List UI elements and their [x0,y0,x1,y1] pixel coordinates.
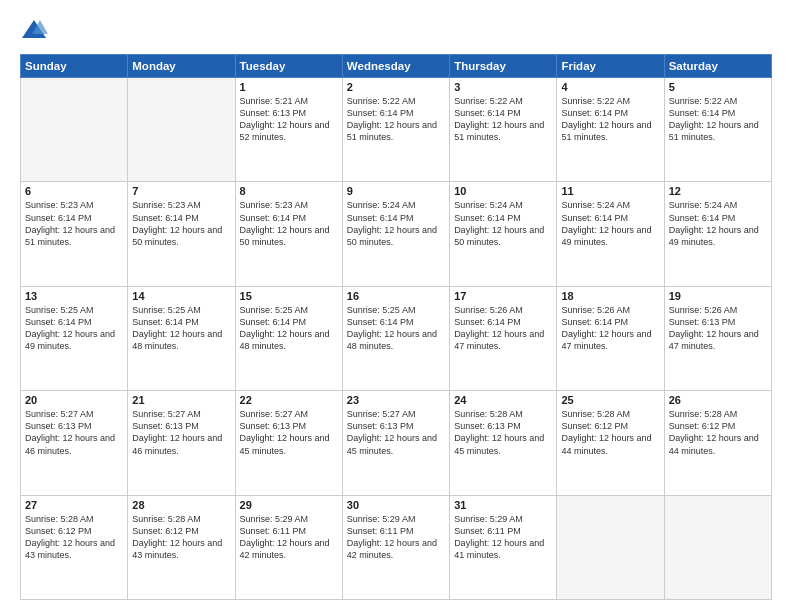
day-info: Sunrise: 5:25 AM Sunset: 6:14 PM Dayligh… [132,304,230,353]
calendar-cell: 25Sunrise: 5:28 AM Sunset: 6:12 PM Dayli… [557,391,664,495]
day-info: Sunrise: 5:22 AM Sunset: 6:14 PM Dayligh… [454,95,552,144]
calendar-cell: 10Sunrise: 5:24 AM Sunset: 6:14 PM Dayli… [450,182,557,286]
day-info: Sunrise: 5:29 AM Sunset: 6:11 PM Dayligh… [347,513,445,562]
weekday-header: Sunday [21,55,128,78]
logo [20,16,52,44]
weekday-header: Tuesday [235,55,342,78]
calendar-cell: 21Sunrise: 5:27 AM Sunset: 6:13 PM Dayli… [128,391,235,495]
calendar-week-row: 20Sunrise: 5:27 AM Sunset: 6:13 PM Dayli… [21,391,772,495]
calendar-cell [21,78,128,182]
calendar-cell [128,78,235,182]
calendar-cell: 31Sunrise: 5:29 AM Sunset: 6:11 PM Dayli… [450,495,557,599]
page: SundayMondayTuesdayWednesdayThursdayFrid… [0,0,792,612]
calendar-cell: 5Sunrise: 5:22 AM Sunset: 6:14 PM Daylig… [664,78,771,182]
calendar-cell: 26Sunrise: 5:28 AM Sunset: 6:12 PM Dayli… [664,391,771,495]
calendar-cell: 4Sunrise: 5:22 AM Sunset: 6:14 PM Daylig… [557,78,664,182]
calendar-cell: 27Sunrise: 5:28 AM Sunset: 6:12 PM Dayli… [21,495,128,599]
weekday-header: Wednesday [342,55,449,78]
day-number: 23 [347,394,445,406]
day-number: 13 [25,290,123,302]
day-number: 18 [561,290,659,302]
day-info: Sunrise: 5:25 AM Sunset: 6:14 PM Dayligh… [25,304,123,353]
calendar-cell: 8Sunrise: 5:23 AM Sunset: 6:14 PM Daylig… [235,182,342,286]
day-number: 30 [347,499,445,511]
logo-icon [20,16,48,44]
day-info: Sunrise: 5:28 AM Sunset: 6:12 PM Dayligh… [561,408,659,457]
day-info: Sunrise: 5:23 AM Sunset: 6:14 PM Dayligh… [25,199,123,248]
day-info: Sunrise: 5:27 AM Sunset: 6:13 PM Dayligh… [25,408,123,457]
day-number: 17 [454,290,552,302]
weekday-header: Thursday [450,55,557,78]
weekday-header: Saturday [664,55,771,78]
day-info: Sunrise: 5:29 AM Sunset: 6:11 PM Dayligh… [454,513,552,562]
day-info: Sunrise: 5:24 AM Sunset: 6:14 PM Dayligh… [669,199,767,248]
day-number: 2 [347,81,445,93]
calendar-cell: 1Sunrise: 5:21 AM Sunset: 6:13 PM Daylig… [235,78,342,182]
header [20,16,772,44]
weekday-header: Monday [128,55,235,78]
calendar-table: SundayMondayTuesdayWednesdayThursdayFrid… [20,54,772,600]
day-info: Sunrise: 5:27 AM Sunset: 6:13 PM Dayligh… [240,408,338,457]
calendar-cell: 22Sunrise: 5:27 AM Sunset: 6:13 PM Dayli… [235,391,342,495]
calendar-cell [664,495,771,599]
day-number: 22 [240,394,338,406]
calendar-cell: 7Sunrise: 5:23 AM Sunset: 6:14 PM Daylig… [128,182,235,286]
calendar-cell: 9Sunrise: 5:24 AM Sunset: 6:14 PM Daylig… [342,182,449,286]
calendar-cell: 11Sunrise: 5:24 AM Sunset: 6:14 PM Dayli… [557,182,664,286]
calendar-cell: 14Sunrise: 5:25 AM Sunset: 6:14 PM Dayli… [128,286,235,390]
calendar-cell: 17Sunrise: 5:26 AM Sunset: 6:14 PM Dayli… [450,286,557,390]
day-number: 11 [561,185,659,197]
day-number: 21 [132,394,230,406]
day-info: Sunrise: 5:28 AM Sunset: 6:12 PM Dayligh… [132,513,230,562]
calendar-cell: 23Sunrise: 5:27 AM Sunset: 6:13 PM Dayli… [342,391,449,495]
calendar-week-row: 13Sunrise: 5:25 AM Sunset: 6:14 PM Dayli… [21,286,772,390]
day-info: Sunrise: 5:28 AM Sunset: 6:13 PM Dayligh… [454,408,552,457]
day-number: 4 [561,81,659,93]
day-info: Sunrise: 5:24 AM Sunset: 6:14 PM Dayligh… [347,199,445,248]
calendar-cell: 15Sunrise: 5:25 AM Sunset: 6:14 PM Dayli… [235,286,342,390]
calendar-cell [557,495,664,599]
calendar-cell: 12Sunrise: 5:24 AM Sunset: 6:14 PM Dayli… [664,182,771,286]
day-info: Sunrise: 5:22 AM Sunset: 6:14 PM Dayligh… [669,95,767,144]
calendar-cell: 6Sunrise: 5:23 AM Sunset: 6:14 PM Daylig… [21,182,128,286]
day-number: 14 [132,290,230,302]
day-number: 27 [25,499,123,511]
day-number: 3 [454,81,552,93]
day-info: Sunrise: 5:22 AM Sunset: 6:14 PM Dayligh… [561,95,659,144]
day-number: 20 [25,394,123,406]
calendar-cell: 24Sunrise: 5:28 AM Sunset: 6:13 PM Dayli… [450,391,557,495]
day-number: 10 [454,185,552,197]
day-number: 7 [132,185,230,197]
day-number: 26 [669,394,767,406]
day-info: Sunrise: 5:29 AM Sunset: 6:11 PM Dayligh… [240,513,338,562]
calendar-cell: 13Sunrise: 5:25 AM Sunset: 6:14 PM Dayli… [21,286,128,390]
day-info: Sunrise: 5:27 AM Sunset: 6:13 PM Dayligh… [347,408,445,457]
calendar-cell: 2Sunrise: 5:22 AM Sunset: 6:14 PM Daylig… [342,78,449,182]
day-info: Sunrise: 5:26 AM Sunset: 6:13 PM Dayligh… [669,304,767,353]
day-info: Sunrise: 5:23 AM Sunset: 6:14 PM Dayligh… [132,199,230,248]
day-number: 6 [25,185,123,197]
day-number: 24 [454,394,552,406]
day-number: 31 [454,499,552,511]
day-number: 15 [240,290,338,302]
calendar-cell: 29Sunrise: 5:29 AM Sunset: 6:11 PM Dayli… [235,495,342,599]
day-number: 12 [669,185,767,197]
day-info: Sunrise: 5:24 AM Sunset: 6:14 PM Dayligh… [454,199,552,248]
calendar-cell: 3Sunrise: 5:22 AM Sunset: 6:14 PM Daylig… [450,78,557,182]
calendar-week-row: 27Sunrise: 5:28 AM Sunset: 6:12 PM Dayli… [21,495,772,599]
day-number: 25 [561,394,659,406]
day-info: Sunrise: 5:28 AM Sunset: 6:12 PM Dayligh… [25,513,123,562]
calendar-cell: 28Sunrise: 5:28 AM Sunset: 6:12 PM Dayli… [128,495,235,599]
day-number: 16 [347,290,445,302]
day-info: Sunrise: 5:21 AM Sunset: 6:13 PM Dayligh… [240,95,338,144]
day-info: Sunrise: 5:26 AM Sunset: 6:14 PM Dayligh… [561,304,659,353]
day-number: 19 [669,290,767,302]
day-info: Sunrise: 5:28 AM Sunset: 6:12 PM Dayligh… [669,408,767,457]
weekday-header-row: SundayMondayTuesdayWednesdayThursdayFrid… [21,55,772,78]
day-number: 1 [240,81,338,93]
day-info: Sunrise: 5:27 AM Sunset: 6:13 PM Dayligh… [132,408,230,457]
day-info: Sunrise: 5:22 AM Sunset: 6:14 PM Dayligh… [347,95,445,144]
calendar-cell: 20Sunrise: 5:27 AM Sunset: 6:13 PM Dayli… [21,391,128,495]
calendar-cell: 16Sunrise: 5:25 AM Sunset: 6:14 PM Dayli… [342,286,449,390]
day-number: 29 [240,499,338,511]
